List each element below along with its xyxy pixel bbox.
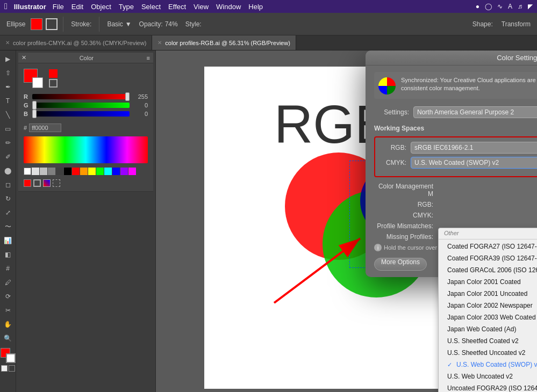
- blend-tool[interactable]: ⟳: [2, 290, 15, 303]
- shape-selector[interactable]: Ellipse: [4, 19, 27, 29]
- style-selector[interactable]: Basic ▼: [105, 19, 133, 29]
- eraser-tool[interactable]: ◻: [2, 178, 15, 191]
- menu-effect[interactable]: Effect: [168, 3, 186, 11]
- stroke-icon2[interactable]: [33, 179, 41, 187]
- opacity-control[interactable]: Opacity: 74%: [137, 19, 180, 29]
- swatch-black[interactable]: [64, 168, 71, 175]
- transform-button[interactable]: Transform: [499, 19, 533, 29]
- menu-type[interactable]: Type: [119, 3, 134, 11]
- no-mode[interactable]: [9, 365, 15, 372]
- dropdown-item-0[interactable]: Coated FOGRA27 (ISO 12647-2:2004): [439, 241, 537, 252]
- hand-tool[interactable]: ✋: [2, 318, 15, 331]
- dropdown-item-2[interactable]: Coated GRACoL 2006 (ISO 12647-2:2004): [439, 264, 537, 276]
- dropdown-item-6[interactable]: Japan Color 2003 Web Coated: [439, 311, 537, 323]
- menu-file[interactable]: File: [53, 3, 64, 11]
- none-icon[interactable]: [53, 179, 60, 187]
- dropdown-item-1[interactable]: Coated FOGRA39 (ISO 12647-2:2004): [439, 252, 537, 264]
- dropdown-item-11[interactable]: U.S. Web Uncoated v2: [439, 371, 537, 382]
- menu-edit[interactable]: Edit: [71, 3, 83, 11]
- red-slider[interactable]: [32, 94, 130, 99]
- settings-dropdown[interactable]: North America General Purpose 2 ▼: [413, 106, 537, 118]
- color-gradient[interactable]: [24, 136, 148, 163]
- menu-view[interactable]: View: [194, 3, 209, 11]
- blue-thumb[interactable]: [32, 110, 37, 118]
- dropdown-item-4[interactable]: Japan Color 2001 Uncoated: [439, 288, 537, 300]
- swatch-green[interactable]: [96, 168, 104, 175]
- panel-close[interactable]: ✕: [22, 54, 26, 61]
- dropdown-item-7[interactable]: Japan Web Coated (Ad): [439, 323, 537, 335]
- dropdown-item-5[interactable]: Japan Color 2002 Newspaper: [439, 300, 537, 311]
- menu-select[interactable]: Select: [141, 3, 161, 11]
- swatch-purple[interactable]: [120, 168, 128, 175]
- apple-menu[interactable]: : [4, 2, 8, 11]
- tab-close-rgb[interactable]: ✕: [157, 40, 162, 46]
- swatch-dark[interactable]: [56, 168, 63, 175]
- green-slider-row: G 0: [24, 102, 148, 108]
- rotate-tool[interactable]: ↻: [2, 192, 15, 205]
- red-thumb[interactable]: [125, 92, 130, 101]
- fg-bg-swatches[interactable]: [24, 69, 43, 88]
- fill-stroke-indicator[interactable]: [1, 348, 16, 363]
- green-slider[interactable]: [32, 103, 130, 108]
- swatch-cyan[interactable]: [104, 168, 112, 175]
- dropdown-item-8[interactable]: U.S. Sheetfed Coated v2: [439, 335, 537, 347]
- brush-tool[interactable]: ✏: [2, 136, 15, 149]
- app-name[interactable]: Illustrator: [14, 3, 46, 11]
- style-control[interactable]: Style:: [183, 19, 204, 29]
- type-tool[interactable]: T: [2, 95, 15, 107]
- graph-tool[interactable]: 📊: [2, 234, 15, 247]
- color-mgmt-label: Color Management M: [374, 183, 433, 198]
- select-tool[interactable]: ▶: [2, 53, 15, 66]
- fill-color[interactable]: [31, 18, 42, 30]
- menu-window[interactable]: Window: [216, 3, 241, 11]
- swatch-magenta[interactable]: [128, 168, 136, 175]
- menu-help[interactable]: Help: [248, 3, 263, 11]
- opacity-label: Opacity:: [139, 20, 163, 28]
- panel-menu[interactable]: ≡: [147, 55, 150, 61]
- dropdown-item-3[interactable]: Japan Color 2001 Coated: [439, 276, 537, 288]
- swatch-yellow[interactable]: [88, 168, 96, 175]
- tab-rgb[interactable]: ✕ color profiles-RGB.ai @ 56.31% (RGB/Pr…: [152, 35, 296, 50]
- background-swatch[interactable]: [32, 77, 43, 88]
- stroke-control[interactable]: Stroke:: [69, 19, 94, 29]
- normal-mode[interactable]: [1, 365, 8, 372]
- swatch-white[interactable]: [24, 168, 31, 175]
- mesh-tool[interactable]: #: [2, 262, 15, 275]
- cmyk-ws-dropdown[interactable]: U.S. Web Coated (SWOP) v2 ▼: [411, 157, 537, 169]
- stroke-icon[interactable]: [49, 79, 58, 88]
- direct-select-tool[interactable]: ⇧: [2, 67, 15, 79]
- swatch-light[interactable]: [32, 168, 39, 175]
- dropdown-item-12[interactable]: Uncoated FOGRA29 (ISO 12647-2:2004): [439, 382, 537, 392]
- eyedropper-tool[interactable]: 🖊: [2, 276, 15, 289]
- scissors-tool[interactable]: ✂: [2, 304, 15, 317]
- warp-tool[interactable]: 〜: [2, 220, 15, 233]
- gradient-tool[interactable]: ◧: [2, 248, 15, 261]
- rect-tool[interactable]: ▭: [2, 122, 15, 135]
- gradient-icon[interactable]: [43, 179, 51, 187]
- menu-object[interactable]: Object: [91, 3, 111, 11]
- stroke-color[interactable]: [46, 18, 58, 30]
- dropdown-item-9[interactable]: U.S. Sheetfed Uncoated v2: [439, 347, 537, 359]
- fg-icon[interactable]: [49, 69, 58, 78]
- hex-input[interactable]: [29, 124, 61, 132]
- swatch-gray[interactable]: [40, 168, 47, 175]
- swatch-red[interactable]: [72, 168, 80, 175]
- zoom-tool[interactable]: 🔍: [2, 332, 15, 345]
- tab-cmyk[interactable]: ✕ color profiles-CMYK.ai @ 50.36% (CMYK/…: [0, 35, 152, 50]
- blue-slider[interactable]: [32, 111, 130, 117]
- tab-close-cmyk[interactable]: ✕: [5, 40, 10, 46]
- rgb-ws-dropdown[interactable]: sRGB IEC61966-2.1 ▼: [411, 142, 537, 154]
- swatch-mid[interactable]: [48, 168, 55, 175]
- scale-tool[interactable]: ⤢: [2, 206, 15, 219]
- green-thumb[interactable]: [32, 101, 37, 110]
- pencil-tool[interactable]: ✐: [2, 150, 15, 163]
- blob-tool[interactable]: ⬤: [2, 164, 15, 177]
- dropdown-item-10[interactable]: U.S. Web Coated (SWOP) v2: [439, 359, 537, 371]
- color-icon[interactable]: [24, 179, 31, 187]
- swatch-orange[interactable]: [80, 168, 88, 175]
- more-options-button[interactable]: More Options: [374, 258, 427, 271]
- chevron-down-icon: ▼: [125, 20, 132, 28]
- swatch-blue[interactable]: [112, 168, 120, 175]
- line-tool[interactable]: ╲: [2, 108, 15, 121]
- pen-tool[interactable]: ✒: [2, 81, 15, 93]
